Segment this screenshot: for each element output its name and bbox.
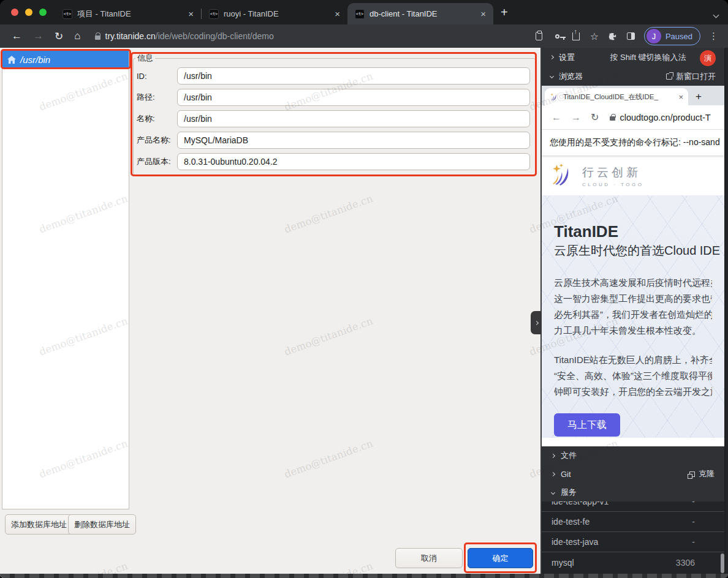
close-panel-tab-icon[interactable]: × bbox=[678, 92, 683, 102]
password-key-icon[interactable] bbox=[548, 34, 567, 39]
side-panel-icon[interactable] bbox=[622, 32, 640, 40]
tab-bar: <t> 项目 - TitanIDE × <t> ruoyi - TitanIDE… bbox=[0, 0, 728, 24]
path-field[interactable] bbox=[177, 89, 530, 106]
hero-footer-strip bbox=[542, 438, 724, 446]
home-icon[interactable]: ⌂ bbox=[69, 30, 86, 42]
tab-project[interactable]: <t> 项目 - TitanIDE × bbox=[55, 3, 201, 24]
clone-label: 克隆 bbox=[699, 468, 715, 479]
url-domain: try.titanide.cn bbox=[105, 31, 156, 41]
reload-icon[interactable]: ↻ bbox=[49, 30, 69, 43]
service-name: mysql bbox=[552, 558, 574, 568]
url-path: /ide/web/coding/db-client/demo bbox=[156, 31, 274, 41]
database-item-label: /usr/bin bbox=[20, 54, 50, 65]
browser-label: 浏览器 bbox=[559, 71, 583, 82]
remove-database-button[interactable]: 删除数据库地址 bbox=[68, 514, 136, 535]
close-tab-icon[interactable]: × bbox=[187, 9, 195, 19]
close-tab-icon[interactable]: × bbox=[333, 9, 341, 19]
titanide-favicon: <t> bbox=[355, 9, 365, 19]
field-label: 产品版本: bbox=[137, 156, 177, 167]
id-field[interactable] bbox=[177, 67, 530, 84]
logo-name: 行云创新 bbox=[582, 165, 643, 181]
panel-new-tab-button[interactable]: + bbox=[688, 91, 710, 105]
git-clone-button[interactable]: 克隆 bbox=[689, 468, 715, 479]
titanide-favicon: <t> bbox=[63, 9, 72, 19]
section-files[interactable]: 文件 bbox=[542, 446, 724, 465]
chevron-right-icon bbox=[550, 55, 554, 59]
product-version-field[interactable] bbox=[177, 153, 530, 170]
panel-tab-cloudide[interactable]: TitanIDE_CloudIDE_在线IDE_ × bbox=[545, 88, 688, 105]
demo-badge[interactable]: 演 bbox=[700, 50, 716, 66]
product-name-field[interactable] bbox=[177, 132, 530, 149]
traffic-lights bbox=[0, 0, 55, 24]
database-list: /usr/bin bbox=[2, 50, 129, 509]
close-window-button[interactable] bbox=[11, 9, 18, 16]
form-row-path: 路径: bbox=[137, 89, 530, 106]
service-name: ide-test-java bbox=[552, 537, 598, 547]
panel-url-text[interactable]: cloudtogo.cn/product-T bbox=[620, 113, 710, 122]
browser-toolbar: ← → ↻ ⌂ try.titanide.cn/ide/web/coding/d… bbox=[0, 24, 728, 48]
tab-title: 项目 - TitanIDE bbox=[77, 9, 182, 20]
cancel-button[interactable]: 取消 bbox=[395, 548, 463, 568]
service-row[interactable]: mysql 3306 bbox=[542, 552, 724, 572]
extensions-puzzle-icon[interactable] bbox=[604, 32, 622, 41]
tab-db-client[interactable]: <t> db-client - TitanIDE × bbox=[347, 3, 493, 24]
tab-ruoyi[interactable]: <t> ruoyi - TitanIDE × bbox=[202, 3, 347, 24]
close-tab-icon[interactable]: × bbox=[479, 9, 487, 19]
panel-forward-icon[interactable]: → bbox=[566, 112, 586, 123]
titanide-side-panel: 设置 按 Shift 键切换输入法 浏览器 新窗口打开 演 bbox=[542, 48, 724, 578]
titanide-favicon: <t> bbox=[209, 9, 219, 19]
clipboard-icon[interactable] bbox=[530, 32, 548, 40]
service-row[interactable]: ide-test-fe - bbox=[542, 512, 724, 532]
git-label: Git bbox=[561, 470, 571, 479]
chevron-right-icon bbox=[551, 453, 555, 457]
panel-tab-strip: TitanIDE_CloudIDE_在线IDE_ × + bbox=[542, 86, 724, 105]
chevron-down-icon bbox=[550, 74, 554, 78]
section-services[interactable]: 服务 bbox=[542, 483, 724, 501]
minimize-window-button[interactable] bbox=[25, 9, 32, 16]
section-git[interactable]: Git 克隆 bbox=[542, 465, 724, 483]
profile-status: Paused bbox=[665, 32, 692, 41]
clone-icon bbox=[689, 471, 695, 477]
files-label: 文件 bbox=[561, 450, 577, 461]
open-new-window-icon bbox=[666, 73, 672, 80]
bookmark-star-icon[interactable]: ☆ bbox=[585, 31, 604, 42]
back-icon[interactable]: ← bbox=[6, 30, 28, 42]
service-name: ide-test-fe bbox=[552, 517, 590, 527]
panel-tab-title: TitanIDE_CloudIDE_在线IDE_ bbox=[563, 92, 674, 102]
info-fieldset: 信息 ID: 路径: 名称: 产品名称: 产品版本 bbox=[133, 53, 536, 175]
browser-row[interactable]: 浏览器 新窗口打开 bbox=[542, 67, 724, 86]
panel-collapse-handle[interactable] bbox=[531, 311, 542, 334]
hero-paragraph-1: 云原生技术高速发展和后疫情时代远程办公等趋 这一智力密集型工作提出更高的要求也带… bbox=[554, 275, 712, 339]
panel-lock-icon bbox=[610, 116, 615, 121]
open-new-window-button[interactable]: 新窗口打开 bbox=[666, 71, 716, 82]
form-row-product-version: 产品版本: bbox=[137, 153, 530, 170]
ime-hint: 按 Shift 键切换输入法 bbox=[580, 52, 716, 63]
menu-kebab-icon[interactable]: ⋮ bbox=[704, 31, 722, 42]
settings-row[interactable]: 设置 按 Shift 键切换输入法 bbox=[542, 48, 724, 67]
panel-back-icon[interactable]: ← bbox=[547, 112, 566, 123]
download-button[interactable]: 马上下载 bbox=[554, 413, 620, 437]
cloudtogo-logo: 行云创新 CLOUD · TOGO bbox=[542, 156, 724, 195]
new-tab-button[interactable]: + bbox=[493, 6, 517, 24]
forward-icon[interactable]: → bbox=[28, 30, 49, 42]
puzzle-glyph bbox=[608, 32, 617, 41]
service-row[interactable]: ide-test-app-v1 - bbox=[542, 501, 724, 512]
database-list-item-usr-bin[interactable]: /usr/bin bbox=[2, 51, 129, 69]
service-row[interactable]: ide-test-java - bbox=[542, 532, 724, 552]
add-database-button[interactable]: 添加数据库地址 bbox=[5, 514, 73, 535]
profile-chip[interactable]: J Paused bbox=[644, 27, 700, 45]
field-label: 路径: bbox=[137, 92, 177, 103]
service-name: ide-test-app-v1 bbox=[552, 501, 609, 506]
panel-reload-icon[interactable]: ↻ bbox=[586, 111, 604, 123]
browser-window: <t> 项目 - TitanIDE × <t> ruoyi - TitanIDE… bbox=[0, 0, 728, 578]
confirm-button[interactable]: 确定 bbox=[468, 548, 533, 568]
share-icon[interactable] bbox=[567, 32, 585, 40]
name-field[interactable] bbox=[177, 110, 530, 127]
maximize-window-button[interactable] bbox=[39, 9, 47, 16]
panel-scrollbar-thumb[interactable] bbox=[721, 554, 724, 573]
window-right-edge bbox=[726, 48, 728, 578]
tab-search-chevron-icon[interactable] bbox=[714, 9, 718, 20]
lock-icon[interactable] bbox=[95, 36, 100, 40]
services-label: 服务 bbox=[561, 487, 577, 498]
address-bar[interactable]: try.titanide.cn/ide/web/coding/db-client… bbox=[105, 31, 274, 41]
